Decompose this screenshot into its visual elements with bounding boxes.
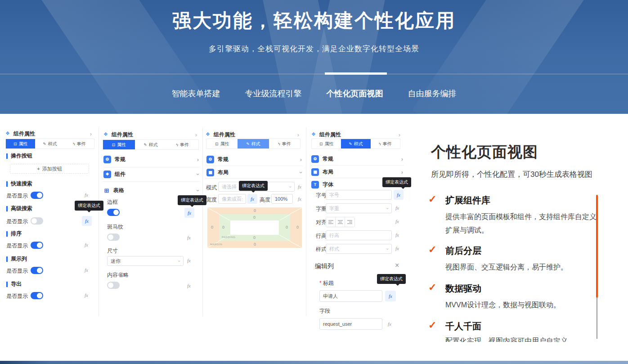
collapse-panel-icon[interactable]: › [399, 132, 400, 138]
tab-event[interactable]: ϟ事件 [166, 140, 198, 149]
property-tab-bar: ⊡属性 ✎样式 ϟ事件 [103, 139, 199, 150]
fx-binding-icon[interactable]: fx [187, 258, 191, 263]
chevron-right-icon: › [300, 157, 302, 162]
padding-bottom-value[interactable]: 0 [253, 235, 256, 240]
quick-search-toggle[interactable] [31, 192, 43, 199]
tab-style[interactable]: ✎样式 [35, 139, 64, 148]
feature-item: ✓ 数据驱动 MVVM设计理念，数据与视图联动。 [428, 283, 597, 312]
height-label: 高度 [260, 196, 270, 204]
fx-binding-icon[interactable]: fx [395, 232, 399, 238]
feature-item: ✓ 扩展组件库 提供丰富的页面模板和组件，支持组件库自定义扩展与调试。 [428, 194, 597, 237]
section-layout[interactable]: ▦ 布局 › [206, 168, 302, 176]
tab-smart-form[interactable]: 智能表单搭建 [172, 88, 220, 99]
gear-icon: ⚙ [103, 156, 111, 163]
fx-binding-icon[interactable]: fx [298, 196, 301, 202]
tab-properties[interactable]: ⊡属性 [6, 139, 35, 148]
chevron-down-icon: › [385, 207, 390, 209]
section-general[interactable]: ⚙ 常规 › [311, 155, 403, 163]
properties-icon: ⊡ [215, 142, 219, 146]
collapse-panel-icon[interactable]: › [90, 131, 92, 137]
section-table[interactable]: ⊞ 表格 › [103, 186, 199, 194]
chevron-down-icon: › [298, 171, 304, 173]
margin-right-value[interactable]: 0 [296, 225, 299, 229]
fx-binding-icon[interactable]: fx [85, 292, 88, 298]
fx-binding-icon[interactable]: fx [298, 184, 301, 189]
border-toggle[interactable] [107, 209, 120, 216]
section-quick-search: 快速搜索 [6, 180, 32, 188]
width-input[interactable] [218, 194, 246, 204]
sort-toggle[interactable] [31, 242, 43, 249]
title-value-input[interactable] [319, 290, 382, 302]
tab-page-view[interactable]: 个性化页面视图 [327, 88, 383, 99]
add-button[interactable]: +添加按钮 [10, 164, 89, 174]
feature-title: 千人千面 [445, 320, 597, 333]
tab-style[interactable]: ✎样式 [341, 139, 370, 148]
tab-event[interactable]: ϟ事件 [371, 139, 400, 148]
properties-icon: ⊡ [112, 143, 116, 147]
section-general[interactable]: ⚙ 常规 › [103, 155, 199, 163]
fx-binding-icon[interactable]: fx [187, 235, 191, 240]
width-label: 宽度 [206, 196, 217, 204]
fx-binding-icon[interactable]: fx [395, 205, 399, 211]
feature-item: ✓ 前后分层 视图界面、交互逻辑分离，易于维护。 [428, 245, 597, 274]
padding-right-value[interactable]: 0 [286, 225, 288, 229]
section-layout[interactable]: ▦ 布局 › [311, 168, 403, 176]
box-model-diagram: 0 0 0 0 PADDING 0 0 0 0 MARGIN [207, 207, 302, 248]
size-select[interactable]: 迷你 › [107, 256, 184, 266]
fx-binding-icon[interactable]: fx [85, 242, 88, 247]
section-sort: 排序 [6, 230, 22, 238]
close-icon[interactable]: × [395, 262, 399, 269]
event-icon: ϟ [176, 143, 178, 147]
fx-binding-button-active[interactable]: fx [184, 208, 194, 218]
feature-scroll-indicator [596, 195, 598, 298]
tab-service-orchestration[interactable]: 自由服务编排 [408, 88, 457, 99]
fx-binding-icon[interactable]: fx [395, 246, 399, 251]
fx-binding-button-active[interactable]: fx [82, 216, 92, 226]
fx-binding-icon[interactable]: fx [388, 321, 391, 327]
tab-event[interactable]: ϟ事件 [65, 139, 94, 148]
tab-properties[interactable]: ⊡属性 [206, 139, 238, 148]
stripe-toggle[interactable] [107, 234, 120, 241]
collapse-panel-icon[interactable]: › [195, 132, 197, 138]
tab-style[interactable]: ✎样式 [135, 140, 167, 149]
align-left-button[interactable] [326, 217, 336, 227]
padding-top-value[interactable]: 0 [253, 215, 256, 220]
height-input[interactable] [271, 194, 293, 204]
fx-binding-icon[interactable]: fx [85, 267, 88, 273]
gear-icon: ⚙ [311, 155, 319, 163]
divider [103, 167, 200, 167]
fx-binding-button-active[interactable]: fx [385, 291, 396, 301]
margin-top-value[interactable]: 0 [254, 208, 256, 213]
tab-properties[interactable]: ⊡属性 [312, 139, 341, 148]
section-display-columns: 展示列 [6, 255, 27, 263]
line-height-input[interactable] [326, 230, 392, 240]
fx-binding-icon[interactable]: fx [395, 219, 399, 224]
display-columns-toggle[interactable] [31, 267, 43, 274]
advanced-search-toggle[interactable] [31, 217, 43, 225]
margin-bottom-value[interactable]: 0 [254, 242, 256, 247]
padding-left-value[interactable]: 0 [222, 225, 224, 229]
tab-process-engine[interactable]: 专业级流程引擎 [245, 88, 302, 99]
tab-style[interactable]: ✎样式 [238, 139, 269, 148]
margin-left-value[interactable]: 0 [211, 225, 213, 229]
align-right-button[interactable] [345, 217, 354, 227]
padding-label: PADDING [222, 236, 235, 238]
fx-binding-icon[interactable]: fx [187, 283, 191, 288]
visible-label: 是否显示 [6, 267, 28, 275]
fx-binding-button-active[interactable]: fx [394, 190, 404, 200]
section-widget[interactable]: ❖ 组件 › [103, 170, 199, 178]
font-style-select[interactable]: 样式 › [326, 244, 392, 254]
fx-binding-button-active[interactable]: fx [247, 194, 257, 204]
feature-item: ✓ 千人千面 配置化实现，视图内容可由用户自定义 [428, 320, 597, 342]
collapse-panel-icon[interactable]: › [297, 132, 299, 138]
section-general[interactable]: ⚙ 常规 › [206, 155, 302, 163]
font-weight-select[interactable]: 字重 › [326, 203, 392, 213]
align-center-button[interactable] [336, 217, 345, 227]
export-toggle[interactable] [31, 292, 43, 299]
tab-event[interactable]: ϟ事件 [269, 139, 300, 148]
fx-binding-icon[interactable]: fx [85, 192, 88, 198]
font-size-input[interactable] [326, 190, 392, 200]
key-value-input[interactable] [319, 318, 382, 330]
tab-properties[interactable]: ⊡属性 [103, 140, 135, 149]
ellipsis-toggle[interactable] [107, 282, 120, 289]
